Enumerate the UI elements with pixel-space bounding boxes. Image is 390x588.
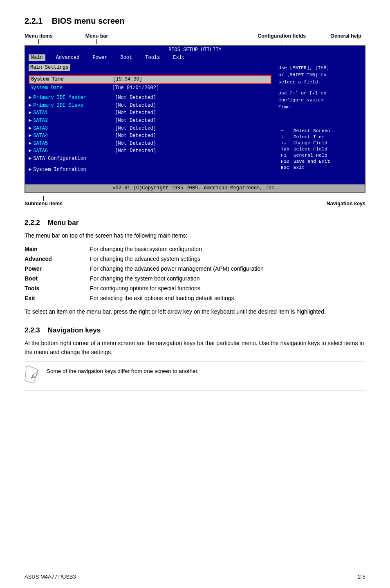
arrow-icon: ►	[29, 94, 31, 102]
section-222-title: 2.2.2 Menu bar	[25, 219, 365, 227]
nav-key: F1	[279, 153, 291, 158]
section-222: 2.2.2 Menu bar The menu bar on top of th…	[25, 219, 365, 316]
menu-name-exit: Exit	[25, 293, 90, 303]
item-value: [Not Detected]	[115, 117, 156, 125]
nav-key-row: ↕ Select Item	[279, 134, 332, 139]
item-label: SATA6	[33, 147, 115, 155]
list-item: ► SATA Configuration	[29, 155, 271, 163]
arrow-icon: ►	[29, 132, 31, 140]
item-label: SATA2	[33, 117, 115, 125]
list-item: ► Primary IDE Master [Not Detected]	[29, 94, 271, 102]
nav-action: Change Field	[292, 140, 332, 146]
page-footer: ASUS M4A77T/USB3 2-5	[25, 571, 365, 580]
item-value: [Not Detected]	[115, 102, 156, 110]
item-label: SATA1	[33, 109, 115, 117]
item-value: [Not Detected]	[115, 132, 156, 140]
menu-name-tools: Tools	[25, 283, 90, 293]
nav-key: Tab	[279, 146, 291, 152]
arrow-icon: ►	[29, 125, 31, 132]
item-value: [Not Detected]	[115, 140, 156, 148]
nav-key: F10	[279, 159, 291, 164]
nav-action: General Help	[292, 153, 332, 158]
bios-menubar: Main Advanced Power Boot Tools Exit	[25, 54, 365, 62]
menu-table-row: Advanced For changing the advanced syste…	[25, 254, 365, 264]
system-time-row: System Time [19:34:30]	[29, 75, 271, 84]
list-item: ► Primary IDE Slave [Not Detected]	[29, 102, 271, 110]
help-line: or [SHIFT-TAB] to	[278, 71, 361, 78]
section-223: 2.2.3 Navigation keys At the bottom righ…	[25, 326, 365, 391]
bios-section-title: Main Settings	[29, 64, 70, 71]
list-item: ► SATA5 [Not Detected]	[29, 140, 271, 148]
menu-name-advanced: Advanced	[25, 254, 90, 264]
menu-items-table: Main For changing the basic system confi…	[25, 244, 365, 303]
list-item: ► SATA6 [Not Detected]	[29, 147, 271, 155]
system-time-value: [19:34:30]	[113, 76, 142, 83]
item-value: [Not Detected]	[115, 109, 156, 117]
section-222-footer: To select an item on the menu bar, press…	[25, 307, 365, 316]
note-box: 🖊 Some of the navigation keys differ fro…	[25, 361, 365, 391]
system-date-value: [Tue 01/01/2002]	[112, 84, 159, 92]
nav-action: Select Item	[292, 134, 332, 139]
menu-name-main: Main	[25, 244, 90, 254]
list-item: ► SATA3 [Not Detected]	[29, 125, 271, 132]
help-line: Time.	[278, 103, 361, 110]
nav-key: ↕	[279, 134, 291, 139]
config-fields-label: Configuration fields	[258, 33, 306, 39]
menu-item-boot[interactable]: Boot	[118, 54, 134, 61]
bottom-annotations: Submenu items Navigation keys	[25, 196, 365, 206]
section-223-intro: At the bottom right corner of a menu scr…	[25, 339, 365, 357]
item-value: [Not Detected]	[115, 94, 156, 102]
menu-desc-power: For changing the advanced power manageme…	[90, 264, 365, 274]
list-item: ► SATA2 [Not Detected]	[29, 117, 271, 125]
system-date-label: System Date	[30, 84, 112, 92]
note-text: Some of the navigation keys differ from …	[47, 367, 199, 375]
bios-left-panel: Main Settings System Time [19:34:30] Sys…	[25, 62, 275, 184]
bios-diagram: Menu items Menu bar Configuration fields…	[25, 33, 365, 206]
item-label: SATA5	[33, 140, 115, 148]
bios-title-bar: BIOS SETUP UTILITY	[25, 46, 365, 54]
arrow-icon: ►	[29, 147, 31, 155]
submenu-items-label: Submenu items	[25, 201, 63, 206]
help-mid: Use [+] or [-] to configure system Time.	[278, 90, 361, 111]
submenu-list: ► Primary IDE Master [Not Detected] ► Pr…	[29, 94, 271, 173]
help-line: select a field.	[278, 79, 361, 85]
section-222-intro: The menu bar on top of the screen has th…	[25, 231, 365, 240]
arrow-icon: ►	[29, 155, 31, 163]
section-223-title: 2.2.3 Navigation keys	[25, 326, 365, 334]
arrow-icon: ►	[29, 117, 31, 125]
menu-item-advanced[interactable]: Advanced	[54, 54, 82, 61]
nav-key-row: ↔ Select Screen	[279, 128, 332, 133]
help-line: Use [ENTER], [TAB]	[278, 64, 361, 71]
arrow-icon: ►	[29, 102, 31, 110]
arrow-icon: ►	[29, 109, 31, 117]
menu-item-power[interactable]: Power	[90, 54, 110, 61]
nav-key-row: F10 Save and Exit	[279, 159, 332, 164]
menu-items-label: Menu items	[25, 33, 53, 39]
nav-keys-panel: ↔ Select Screen ↕ Select Item +- Change …	[278, 127, 361, 171]
menu-item-tools[interactable]: Tools	[143, 54, 162, 61]
nav-key-row: ESC Exit	[279, 165, 332, 170]
item-value: [Not Detected]	[115, 147, 156, 155]
bios-right-panel: Use [ENTER], [TAB] or [SHIFT-TAB] to sel…	[275, 62, 365, 184]
help-line: configure system	[278, 97, 361, 103]
bios-body: Main Settings System Time [19:34:30] Sys…	[25, 62, 365, 184]
menu-table-row: Power For changing the advanced power ma…	[25, 264, 365, 274]
nav-keys-table: ↔ Select Screen ↕ Select Item +- Change …	[278, 127, 332, 171]
menu-desc-advanced: For changing the advanced system setting…	[90, 254, 365, 264]
menu-bar-label: Menu bar	[85, 33, 108, 39]
list-item: ► SATA1 [Not Detected]	[29, 109, 271, 117]
arrow-icon: ►	[29, 166, 31, 174]
menu-table-row: Boot For changing the system boot config…	[25, 274, 365, 283]
list-item: ► SATA4 [Not Detected]	[29, 132, 271, 140]
menu-item-exit[interactable]: Exit	[170, 54, 187, 61]
menu-table-row: Exit For selecting the exit options and …	[25, 293, 365, 303]
menu-table-row: Tools For configuring options for specia…	[25, 283, 365, 293]
item-label: Primary IDE Master	[33, 94, 115, 102]
menu-item-main[interactable]: Main	[29, 54, 45, 61]
bios-footer: v02.61 (C)Copyright 1985-2009, American …	[25, 184, 365, 192]
system-time-label: System Time	[31, 76, 113, 83]
footer-left: ASUS M4A77T/USB3	[25, 574, 76, 580]
nav-key: +-	[279, 140, 291, 146]
item-label: Primary IDE Slave	[33, 102, 115, 110]
footer-right: 2-5	[358, 574, 365, 580]
